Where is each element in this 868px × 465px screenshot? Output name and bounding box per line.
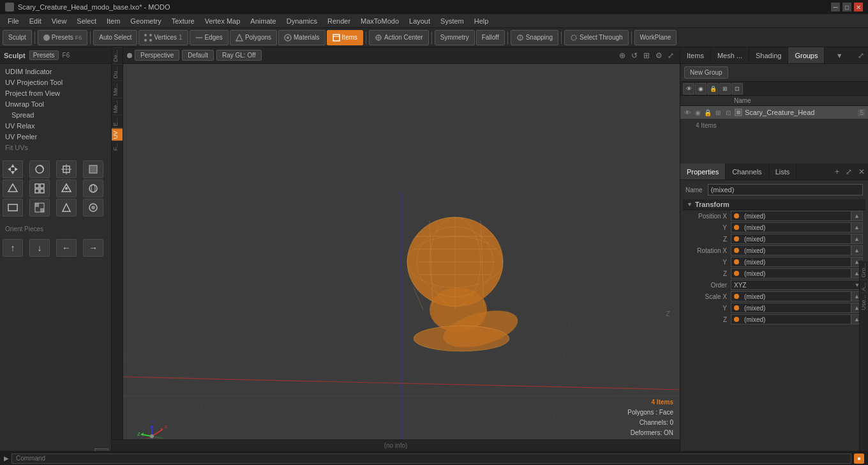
side-strip-me2[interactable]: Me... xyxy=(112,98,123,115)
scale-z-input[interactable]: (mixed) ▲ xyxy=(731,314,863,324)
items-button[interactable]: Items xyxy=(327,30,363,45)
menu-item-texture[interactable]: Texture xyxy=(167,16,200,26)
edges-button[interactable]: Edges xyxy=(190,30,228,45)
menu-item-edit[interactable]: Edit xyxy=(24,16,47,26)
scale-y-input[interactable]: (mixed) ▲ xyxy=(731,303,863,313)
snapping-button[interactable]: Snapping xyxy=(511,30,558,45)
viewport-perspective-btn[interactable]: Perspective xyxy=(135,50,179,61)
right-tab-groups[interactable]: Groups xyxy=(788,47,825,63)
action-center-button[interactable]: Action Center xyxy=(369,30,429,45)
side-strip-f[interactable]: F... xyxy=(112,141,123,153)
maximize-button[interactable]: □ xyxy=(842,3,851,11)
minimize-button[interactable]: ─ xyxy=(831,3,840,11)
prop-more-icon[interactable]: ✕ xyxy=(855,165,868,179)
materials-button[interactable]: Materials xyxy=(278,30,326,45)
viewport[interactable]: Perspective Default Ray GL: Off ⊕ ↺ ⊞ ⚙ … xyxy=(123,47,680,465)
items-icon-eye[interactable]: 👁 xyxy=(683,83,694,95)
viewport-raygl-btn[interactable]: Ray GL: Off xyxy=(216,50,262,61)
menu-item-help[interactable]: Help xyxy=(469,16,494,26)
right-strip-a[interactable]: A... xyxy=(860,280,868,293)
viewport-icon-zoom[interactable]: ⊞ xyxy=(641,50,652,61)
grid-tool-icon-btn[interactable] xyxy=(29,179,50,197)
tri-tool-icon-btn[interactable] xyxy=(56,199,77,217)
auto-select-button[interactable]: Auto Select xyxy=(93,30,137,45)
right-tab-mesh[interactable]: Mesh ... xyxy=(711,47,749,63)
sph-tool-icon-btn[interactable] xyxy=(83,199,103,217)
side-strip-uv[interactable]: UV xyxy=(112,128,123,141)
uv-peeler-item[interactable]: UV Peeler xyxy=(3,132,108,142)
menu-item-layout[interactable]: Layout xyxy=(404,16,435,26)
scale-tool-icon-btn[interactable] xyxy=(56,160,77,178)
items-icon-render-eye[interactable]: ◉ xyxy=(695,83,707,95)
order-select[interactable]: XYZ ▼ xyxy=(731,280,863,290)
window-controls[interactable]: ─ □ ✕ xyxy=(831,3,863,11)
items-icon-wire[interactable]: ⊞ xyxy=(719,83,731,95)
prop-expand-icon[interactable]: ⤢ xyxy=(842,165,855,179)
prop-tab-properties[interactable]: Properties xyxy=(680,164,726,179)
menu-item-geometry[interactable]: Geometry xyxy=(125,16,166,26)
rotation-z-input[interactable]: (mixed) ▲ xyxy=(731,268,863,278)
menu-item-file[interactable]: File xyxy=(3,16,24,26)
rotation-x-bar[interactable]: ▲ xyxy=(851,246,862,255)
items-icon-lock[interactable]: 🔒 xyxy=(707,83,719,95)
face-tool-icon-btn[interactable] xyxy=(3,179,23,197)
command-input[interactable] xyxy=(11,454,851,464)
falloff-button[interactable]: Falloff xyxy=(476,30,505,45)
rotation-y-input[interactable]: (mixed) ▲ xyxy=(731,257,863,267)
prop-tab-channels[interactable]: Channels xyxy=(726,164,768,179)
right-tab-more[interactable]: ▼ xyxy=(832,49,847,62)
side-strip-du[interactable]: Du... xyxy=(112,64,123,80)
viewport-icon-expand[interactable]: ⤢ xyxy=(666,50,676,61)
project-from-view-item[interactable]: Project from View xyxy=(3,88,108,98)
transform-section-header[interactable]: ▼ Transform xyxy=(683,199,865,210)
udim-indicator-item[interactable]: UDIM Indicator xyxy=(3,66,108,77)
arrow-down-btn[interactable]: ↓ xyxy=(29,239,50,257)
prop-add-icon[interactable]: + xyxy=(832,165,842,179)
side-strip-me1[interactable]: Me... xyxy=(112,80,123,98)
menu-item-system[interactable]: System xyxy=(435,16,469,26)
arrow-up-btn[interactable]: ↑ xyxy=(3,239,23,257)
items-icon-snap[interactable]: ⊡ xyxy=(731,83,743,95)
item-wire-icon[interactable]: ⊞ xyxy=(714,108,722,117)
item-row-scary-creature[interactable]: 👁 ◉ 🔒 ⊞ ⊡ Scary_Creature_Head 5 xyxy=(680,106,868,119)
vertices-button[interactable]: Vertices 1 xyxy=(138,30,188,45)
position-z-bar[interactable]: ▲ xyxy=(851,234,862,243)
arrow-left-btn[interactable]: ← xyxy=(56,239,77,257)
right-strip-gro[interactable]: Gro... xyxy=(860,261,868,280)
presets-button[interactable]: Presets F6 xyxy=(38,30,87,45)
uvgrid-tool-icon-btn[interactable] xyxy=(56,179,77,197)
arrow-right-btn[interactable]: → xyxy=(83,239,103,257)
menu-item-render[interactable]: Render xyxy=(322,16,355,26)
viewport-icon-rotate[interactable]: ↺ xyxy=(629,50,640,61)
sculpt-button[interactable]: Sculpt xyxy=(3,30,32,45)
viewport-canvas[interactable]: Z xyxy=(123,64,680,465)
command-execute-button[interactable]: ● xyxy=(854,454,864,464)
uv-projection-tool-item[interactable]: UV Projection Tool xyxy=(3,77,108,88)
menu-item-item[interactable]: Item xyxy=(101,16,125,26)
item-render-eye-icon[interactable]: ◉ xyxy=(693,108,702,117)
scale-x-input[interactable]: (mixed) ▲ xyxy=(731,291,863,301)
position-x-bar[interactable]: ▲ xyxy=(851,211,862,220)
uv-relax-item[interactable]: UV Relax xyxy=(3,121,108,131)
viewport-icon-settings[interactable]: ⚙ xyxy=(654,50,664,61)
side-strip-de[interactable]: De... xyxy=(112,47,123,64)
viewport-icon-home[interactable]: ⊕ xyxy=(617,50,627,61)
presets-small-button[interactable]: Presets xyxy=(29,50,59,60)
menu-item-dynamics[interactable]: Dynamics xyxy=(281,16,322,26)
menu-item-maxtomodo[interactable]: MaxToModo xyxy=(355,16,404,26)
prop-tab-lists[interactable]: Lists xyxy=(769,164,797,179)
select-through-button[interactable]: Select Through xyxy=(564,30,629,45)
position-y-input[interactable]: (mixed) ▲ xyxy=(731,222,863,232)
flat-tool-icon-btn[interactable] xyxy=(3,199,23,217)
side-strip-e[interactable]: E... xyxy=(112,115,123,128)
sphere-tool-icon-btn[interactable] xyxy=(83,179,103,197)
item-eye-icon[interactable]: 👁 xyxy=(683,108,692,117)
position-z-input[interactable]: (mixed) ▲ xyxy=(731,234,863,244)
symmetry-button[interactable]: Symmetry xyxy=(435,30,475,45)
menu-item-view[interactable]: View xyxy=(47,16,72,26)
right-panel-expand[interactable]: ⤢ xyxy=(854,49,868,63)
item-snap-icon[interactable]: ⊡ xyxy=(724,108,733,117)
menu-item-select[interactable]: Select xyxy=(71,16,101,26)
viewport-shader-btn[interactable]: Default xyxy=(182,50,214,61)
rotation-x-input[interactable]: (mixed) ▲ xyxy=(731,245,863,255)
